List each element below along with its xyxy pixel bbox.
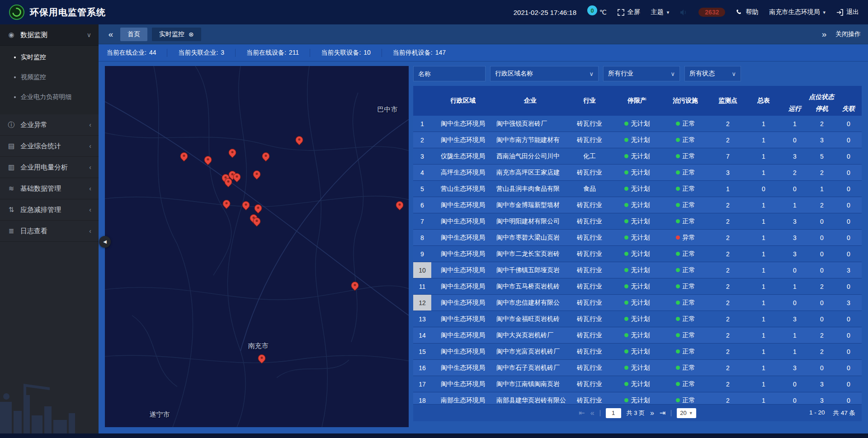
table-row[interactable]: 7 阆中生态环境局 阆中明阳建材有限公司 砖瓦行业 无计划 正常 2 1 3 0… [413, 213, 862, 230]
help-button[interactable]: 帮助 [736, 8, 758, 16]
chevron-down-icon: ∨ [670, 71, 675, 77]
name-search-input[interactable] [413, 66, 486, 81]
table-row[interactable]: 2 阆中生态环境局 阆中市南方节能建材有 砖瓦行业 无计划 正常 2 1 0 3… [413, 132, 862, 148]
logout-button[interactable]: 退出 [836, 8, 859, 16]
org-selector[interactable]: 南充市生态环境局 ▾ [769, 8, 826, 16]
sidebar-menu-item[interactable]: ▤ 企业综合统计 ‹ [0, 136, 99, 157]
sidebar-submenu-item[interactable]: 视频监控 [0, 67, 99, 87]
row-index: 11 [413, 278, 431, 294]
phone-icon [736, 9, 742, 15]
pagination-next-button[interactable]: » [650, 409, 654, 417]
row-limit-status: 无计划 [613, 136, 661, 144]
row-region: 阆中生态环境局 [431, 201, 495, 209]
sidebar-menu-item[interactable]: ⇅ 应急减排管理 ‹ [0, 199, 99, 221]
table-row[interactable]: 15 阆中生态环境局 阆中市光富页岩机砖厂 砖瓦行业 无计划 正常 2 1 1 … [413, 344, 862, 360]
row-lost-count: 0 [835, 234, 862, 241]
row-industry: 砖瓦行业 [566, 136, 613, 144]
theme-selector[interactable]: 主题 ▾ [651, 8, 670, 16]
stat-value: 147 [435, 49, 446, 57]
table-row[interactable]: 4 高坪生态环境局 南充市高坪区王家店建 砖瓦行业 无计划 正常 3 1 2 2… [413, 165, 862, 181]
status-dot [624, 349, 628, 353]
page-size-select[interactable]: 20 ▼ [677, 408, 696, 418]
page-number-input[interactable] [606, 408, 621, 418]
map-pin[interactable] [233, 173, 241, 181]
table-row[interactable]: 10 阆中生态环境局 阆中千佛镇五郎垭页岩 砖瓦行业 无计划 正常 2 1 0 … [413, 262, 862, 278]
row-company: 阆中市金博瑞新型墙材 [495, 201, 566, 209]
sidebar-submenu-item[interactable]: 实时监控 [0, 47, 99, 67]
status-dot [624, 301, 628, 305]
map-pin[interactable] [253, 217, 261, 225]
total-count-label: 共 47 条 [833, 409, 855, 417]
close-operations-button[interactable]: 关闭操作 [835, 30, 861, 38]
table-row[interactable]: 3 仪陇生态环境局 西南油气田分公司川中 化工 无计划 正常 7 1 3 5 0 [413, 148, 862, 165]
app-logo-icon [9, 5, 24, 20]
row-stop-count: 3 [808, 137, 835, 144]
map-pin[interactable] [253, 170, 261, 178]
table-row[interactable]: 17 阆中生态环境局 阆中市江南镇阆南页岩 砖瓦行业 无计划 正常 2 1 0 … [413, 376, 862, 392]
map-pin[interactable] [180, 152, 188, 160]
region-select-value: 行政区域名称 [495, 70, 533, 78]
row-industry: 砖瓦行业 [566, 266, 613, 274]
col-header-region: 行政区域 [431, 86, 495, 116]
industry-select[interactable]: 所有行业 ∨ [603, 66, 680, 81]
sidebar-menu-item[interactable]: ≋ 基础数据管理 ‹ [0, 178, 99, 199]
tab-realtime-monitor[interactable]: 实时监控 ⊗ [152, 28, 201, 41]
sidebar-submenu-item[interactable]: 企业电力负荷明细 [0, 87, 99, 107]
map-pin[interactable] [204, 156, 212, 164]
table-row[interactable]: 16 阆中生态环境局 阆中市石子页岩机砖厂 砖瓦行业 无计划 正常 2 1 3 … [413, 360, 862, 376]
map-pin[interactable] [262, 152, 270, 160]
table-row[interactable]: 1 阆中生态环境局 阆中强锐页岩砖厂 砖瓦行业 无计划 正常 2 1 1 2 0 [413, 116, 862, 132]
tabs-scroll-left-icon[interactable]: « [106, 29, 116, 39]
row-stop-count: 2 [808, 283, 835, 290]
tabs-scroll-right-icon[interactable]: » [819, 29, 829, 39]
tab-close-icon[interactable]: ⊗ [189, 31, 194, 38]
table-row[interactable]: 9 阆中生态环境局 阆中市二龙长宝页岩砖 砖瓦行业 无计划 正常 2 1 3 0… [413, 246, 862, 262]
sidebar-menu-item[interactable]: ▥ 企业用电量分析 ‹ [0, 157, 99, 178]
table-row[interactable]: 14 阆中生态环境局 阆中大兴页岩机砖厂 砖瓦行业 无计划 正常 2 1 1 2… [413, 327, 862, 344]
chevron-icon: ‹ [89, 164, 91, 171]
map-pin[interactable] [258, 354, 265, 362]
sidebar-menu-item[interactable]: ≣ 日志查看 ‹ [0, 221, 99, 242]
row-monitor-count: 2 [710, 348, 746, 355]
sidebar-menu-item[interactable]: ⓘ 企业异常 ‹ [0, 114, 99, 136]
region-select[interactable]: 行政区域名称 ∨ [490, 66, 599, 81]
status-dot [624, 366, 628, 370]
table-row[interactable]: 6 阆中生态环境局 阆中市金博瑞新型墙材 砖瓦行业 无计划 正常 2 1 1 2… [413, 197, 862, 213]
map-pin[interactable] [224, 178, 232, 186]
fullscreen-button[interactable]: 全屏 [618, 8, 640, 16]
table-row[interactable]: 18 南部生态环境局 南部县建华页岩砖有限公 砖瓦行业 无计划 正常 2 1 0… [413, 392, 862, 404]
map-pin[interactable] [254, 204, 262, 212]
alert-count-badge[interactable]: 2632 [698, 8, 725, 17]
map-canvas[interactable]: 巴中市南充市遂宁市 [105, 66, 409, 427]
table-row[interactable]: 11 阆中生态环境局 阆中市五马桥页岩机砖 砖瓦行业 无计划 正常 2 1 1 … [413, 278, 862, 295]
row-index: 17 [413, 376, 431, 392]
chevron-left-icon: ◀ [103, 239, 107, 244]
map-pin[interactable] [222, 200, 230, 207]
status-select[interactable]: 所有状态 ∨ [684, 66, 741, 81]
map-pin[interactable] [242, 201, 250, 209]
col-header-facility: 治污设施 [661, 86, 710, 116]
map-collapse-button[interactable]: ◀ [99, 236, 111, 248]
row-monitor-count: 2 [710, 120, 746, 127]
row-company: 阆中市江南镇阆南页岩 [495, 380, 566, 388]
table-row[interactable]: 13 阆中生态环境局 阆中市金福旺页岩机砖 砖瓦行业 无计划 正常 2 1 3 … [413, 311, 862, 327]
row-stop-count: 0 [808, 364, 835, 372]
table-row[interactable]: 8 阆中生态环境局 阆中市枣碧大梁山页岩 砖瓦行业 无计划 异常 2 1 3 0… [413, 230, 862, 246]
table-row[interactable]: 5 营山生态环境局 营山县润丰肉食品有限 食品 无计划 正常 1 0 0 1 0 [413, 181, 862, 197]
sidebar-menu-item[interactable]: ◉ 数据监测 ∨ [0, 24, 99, 46]
speaker-button[interactable] [680, 9, 688, 16]
row-index: 13 [413, 311, 431, 327]
map-pin[interactable] [396, 201, 403, 209]
table-row[interactable]: 12 阆中生态环境局 阆中市忠信建材有限公 砖瓦行业 无计划 正常 2 1 0 … [413, 295, 862, 311]
row-industry: 砖瓦行业 [566, 169, 613, 177]
pagination-last-button[interactable]: ⇥ [660, 409, 665, 417]
map-pin[interactable] [229, 149, 236, 156]
row-run-count: 3 [781, 250, 808, 258]
tab-home[interactable]: 首页 [120, 28, 147, 41]
row-company: 阆中市光富页岩机砖厂 [495, 348, 566, 356]
pagination-first-button[interactable]: ⇤ [579, 409, 585, 417]
stat-value: 44 [149, 49, 156, 57]
map-pin[interactable] [351, 282, 359, 289]
map-pin[interactable] [296, 136, 303, 144]
pagination-prev-button[interactable]: « [590, 409, 594, 417]
